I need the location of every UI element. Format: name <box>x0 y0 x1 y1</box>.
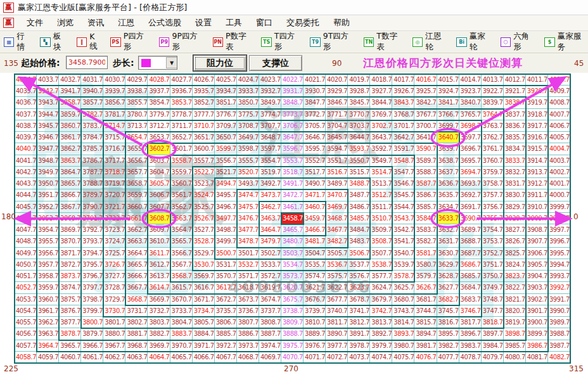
toolbar-button-行情[interactable]: ▦行情 <box>4 31 32 53</box>
grid-cell-r5c17: 3642.79 <box>392 132 414 143</box>
grid-cell-r13c6: 3609.79 <box>148 224 170 236</box>
grid-cell-r18c7: 3615.79 <box>170 282 193 293</box>
grid-cell-r19c23: 3902.79 <box>526 294 548 305</box>
menu-item-窗口[interactable]: 窗口 <box>256 17 272 29</box>
grid-cell-r8c6: 3604.79 <box>148 167 170 178</box>
grid-cell-r23c5: 3968.79 <box>125 340 148 352</box>
toolbar-button-K线[interactable]: ‖K线 <box>77 32 102 52</box>
grid-cell-r2c23: 3919.79 <box>526 97 548 108</box>
grid-cell-r20c12: 3738.79 <box>281 305 304 317</box>
grid-cell-r7c5: 3656.79 <box>125 155 148 167</box>
grid-cell-r14c16: 3508.79 <box>370 236 392 247</box>
menu-item-工具[interactable]: 工具 <box>226 17 242 29</box>
grid-cell-r3c3: 3782.79 <box>81 109 103 120</box>
toolbar-button-T数字表[interactable]: TNT数字表 <box>364 31 404 53</box>
toolbar-button-9P四方形[interactable]: P99P四方形 <box>159 31 205 53</box>
p-number-table-icon: PN <box>213 37 223 47</box>
grid-cell-r19c8: 3671.79 <box>193 294 215 305</box>
resistance-button[interactable]: 阻力位 <box>193 55 246 71</box>
menu-item-江恩[interactable]: 江恩 <box>118 17 134 29</box>
grid-cell-r24c15: 4073.79 <box>348 352 370 363</box>
grid-cell-r15c18: 3581.79 <box>414 248 437 259</box>
grid-cell-r21c14: 3811.79 <box>326 317 348 328</box>
grid-cell-r12c6: 3608.79 <box>148 213 170 224</box>
grid-cell-r4c23: 3917.79 <box>526 120 548 132</box>
grid-cell-r6c22: 3834.79 <box>504 143 526 155</box>
support-button[interactable]: 支撑位 <box>249 55 302 71</box>
grid-cell-r22c14: 3890.79 <box>326 328 348 340</box>
grid-cell-r8c4: 3718.79 <box>103 167 125 178</box>
grid-cell-r22c13: 3889.79 <box>304 328 326 340</box>
toolbar-button-板块[interactable]: ▚板块 <box>40 31 68 53</box>
toolbar-button-赢家服务[interactable]: $赢家服务 <box>544 31 588 53</box>
grid-cell-r14c4: 3724.79 <box>103 236 125 247</box>
toolbar-label: 行情 <box>16 31 32 53</box>
grid-cell-r6c3: 3785.79 <box>81 143 103 155</box>
grid-cell-r12c4: 3722.79 <box>103 213 125 224</box>
menu-item-资讯[interactable]: 资讯 <box>87 17 104 29</box>
grid-cell-r12c5: 3661.79 <box>125 213 148 224</box>
grid-cell-r13c3: 3792.79 <box>81 224 103 236</box>
toolbar-button-9T四方形[interactable]: T99T四方形 <box>310 31 355 53</box>
grid-cell-r21c1: 3962.79 <box>37 317 59 328</box>
toolbar-button-江恩轮[interactable]: ◎江恩轮 <box>412 31 449 53</box>
grid-cell-r23c7: 3970.79 <box>170 340 193 352</box>
angle-label-225: 225 <box>4 364 18 373</box>
toolbar-button-P四方形[interactable]: PSP四方形 <box>110 31 151 53</box>
grid-cell-r5c21: 3762.79 <box>482 132 504 143</box>
toolbar-button-六角形[interactable]: ⬡六角形 <box>501 31 537 53</box>
grid-cell-r19c1: 3960.79 <box>37 294 59 305</box>
grid-cell-r5c14: 3645.79 <box>326 132 348 143</box>
menu-item-设置[interactable]: 设置 <box>195 17 212 29</box>
toolbar-button-P数字表[interactable]: PNP数字表 <box>213 31 253 53</box>
dropdown-arrow-icon[interactable]: ▼ <box>166 57 177 68</box>
step-color-dropdown[interactable]: ▼ <box>138 56 177 70</box>
grid-cell-r1c11: 3932.79 <box>259 86 281 97</box>
menu-item-帮助[interactable]: 帮助 <box>333 17 350 29</box>
grid-cell-r1c19: 3924.79 <box>437 86 459 97</box>
grid-cell-r23c11: 3974.79 <box>259 340 281 352</box>
menu-item-公式选股[interactable]: 公式选股 <box>148 17 181 29</box>
grid-cell-r1c16: 3927.79 <box>370 86 392 97</box>
menu-item-交易委托[interactable]: 交易委托 <box>286 17 319 29</box>
grid-cell-r7c7: 3558.79 <box>170 155 193 167</box>
grid-cell-r4c2: 3860.79 <box>59 120 81 132</box>
grid-cell-r2c1: 3943.79 <box>37 97 59 108</box>
grid-cell-r10c13: 3471.79 <box>304 189 326 201</box>
grid-cell-r11c8: 3525.79 <box>193 201 215 213</box>
grid-cell-r3c4: 3781.79 <box>103 109 125 120</box>
grid-cell-r9c6: 3605.79 <box>148 178 170 189</box>
grid-cell-r2c20: 3840.79 <box>459 97 482 108</box>
grid-cell-r6c19: 3639.79 <box>437 143 459 155</box>
grid-cell-r4c7: 3711.79 <box>170 120 193 132</box>
menu-item-浏览[interactable]: 浏览 <box>57 17 74 29</box>
grid-cell-r16c2: 3872.79 <box>59 259 81 271</box>
grid-cell-r14c11: 3479.79 <box>259 236 281 247</box>
grid-cell-r20c24: 3990.79 <box>548 305 570 317</box>
grid-cell-r23c4: 3967.79 <box>103 340 125 352</box>
grid-cell-r22c10: 3886.79 <box>237 328 259 340</box>
menu-item-文件[interactable]: 文件 <box>27 17 43 29</box>
grid-cell-r8c23: 3913.79 <box>526 167 548 178</box>
start-price-input[interactable] <box>66 56 108 69</box>
grid-cell-r12c9: 3497.79 <box>215 213 237 224</box>
grid-cell-r21c11: 3808.79 <box>259 317 281 328</box>
grid-cell-r11c20: 3691.79 <box>459 201 482 213</box>
grid-cell-r8c9: 3521.79 <box>215 167 237 178</box>
gann-price-square: 赢家江恩软件赢家江恩4008003606 4034.794033.794032.… <box>0 73 588 376</box>
grid-cell-r13c7: 3564.79 <box>170 224 193 236</box>
grid-cell-r23c9: 3972.79 <box>215 340 237 352</box>
grid-cell-r21c3: 3800.79 <box>81 317 103 328</box>
grid-cell-r8c20: 3694.79 <box>459 167 482 178</box>
grid-cell-r20c9: 3735.79 <box>215 305 237 317</box>
grid-cell-r24c11: 4069.79 <box>259 352 281 363</box>
grid-cell-r13c13: 3466.79 <box>304 224 326 236</box>
grid-cell-r8c0: 4042.79 <box>15 167 37 178</box>
grid-cell-r0c14: 4020.79 <box>326 74 348 86</box>
grid-cell-r15c12: 3503.79 <box>281 248 304 259</box>
grid-cell-r11c12: 3461.79 <box>281 201 304 213</box>
toolbar-button-赢家轮[interactable]: Bi赢家轮 <box>456 31 492 53</box>
grid-cell-r1c23: 3920.79 <box>526 86 548 97</box>
grid-cell-r0c10: 4024.79 <box>237 74 259 86</box>
toolbar-button-T四方形[interactable]: TST四方形 <box>261 31 302 53</box>
